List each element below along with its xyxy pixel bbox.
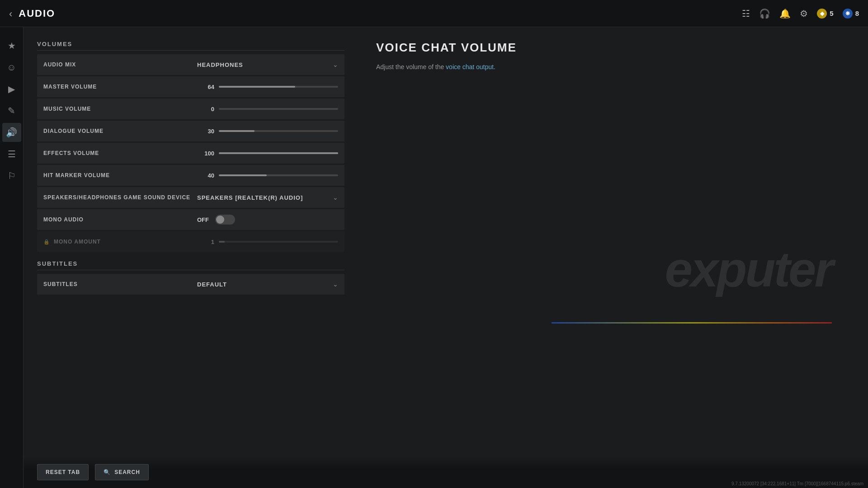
audio-mix-dropdown[interactable]: HEADPHONES ⌄ [197, 61, 338, 68]
currency-2: ❋ 8 [843, 9, 859, 19]
sidebar-item-audio[interactable]: 🔊 [2, 123, 21, 142]
master-volume-control: 64 [197, 84, 338, 90]
sound-device-arrow: ⌄ [333, 194, 338, 201]
currency-2-icon: ❋ [843, 9, 853, 19]
page-title: AUDIO [19, 8, 55, 19]
search-button[interactable]: 🔍 SEARCH [95, 464, 149, 480]
info-desc-before: Adjust the volume of the [376, 63, 446, 70]
subtitles-row: SUBTITLES DEFAULT ⌄ [37, 274, 344, 295]
mono-audio-label: MONO AUDIO [43, 216, 197, 223]
mono-audio-row: MONO AUDIO OFF [37, 209, 344, 230]
master-volume-label: MASTER VOLUME [43, 84, 197, 90]
search-icon: 🔍 [104, 469, 111, 475]
dialogue-volume-value: 30 [197, 128, 214, 135]
top-left: ‹ AUDIO [9, 7, 55, 20]
status-bar: 9.7.13200072 [34:222.1681+11] Tm [7000][… [727, 479, 868, 488]
currency-1: ◆ 5 [817, 9, 833, 19]
mono-audio-toggle-wrapper: OFF [197, 215, 235, 225]
audio-mix-arrow: ⌄ [333, 61, 338, 68]
volumes-header: VOLUMES [37, 41, 344, 51]
sidebar-item-person[interactable]: ☺ [2, 58, 21, 77]
settings-panel: VOLUMES AUDIO MIX HEADPHONES ⌄ MASTER VO… [24, 27, 358, 488]
info-description: Adjust the volume of the voice chat outp… [376, 62, 850, 72]
hit-marker-volume-control: 40 [197, 172, 338, 179]
currency-2-value: 8 [855, 9, 859, 17]
subtitles-header: SUBTITLES [37, 260, 344, 270]
effects-volume-slider[interactable] [219, 152, 338, 154]
gear-icon[interactable]: ⚙ [800, 8, 808, 19]
mono-amount-row: 🔒 MONO AMOUNT 1 [37, 231, 344, 252]
hit-marker-volume-slider[interactable] [219, 174, 338, 176]
info-desc-highlight: voice chat output. [446, 63, 495, 70]
sidebar: ★ ☺ ▶ ✎ 🔊 ☰ ⚐ [0, 27, 24, 488]
subtitles-control[interactable]: DEFAULT ⌄ [197, 281, 338, 288]
subtitles-arrow: ⌄ [333, 281, 338, 288]
master-volume-value: 64 [197, 84, 214, 90]
sound-device-value: SPEAKERS [REALTEK(R) AUDIO] [197, 194, 303, 201]
sidebar-item-list[interactable]: ☰ [2, 145, 21, 164]
music-volume-control: 0 [197, 106, 338, 113]
music-volume-value: 0 [197, 106, 214, 113]
dialogue-volume-label: DIALOGUE VOLUME [43, 128, 197, 134]
subtitles-dropdown[interactable]: DEFAULT ⌄ [197, 281, 338, 288]
reset-tab-button[interactable]: RESET TAB [37, 464, 89, 480]
sidebar-item-shield[interactable]: ⚐ [2, 166, 21, 185]
mono-audio-knob [216, 216, 224, 224]
sound-device-control[interactable]: SPEAKERS [REALTEK(R) AUDIO] ⌄ [197, 194, 338, 201]
mono-amount-label: 🔒 MONO AMOUNT [43, 239, 197, 245]
audio-mix-value: HEADPHONES [197, 61, 243, 68]
hit-marker-volume-value: 40 [197, 172, 214, 179]
sound-device-label: SPEAKERS/HEADPHONES GAME SOUND DEVICE [43, 194, 197, 201]
mono-audio-control: OFF [197, 215, 338, 225]
master-volume-slider[interactable] [219, 86, 338, 88]
bell-icon[interactable]: 🔔 [779, 8, 791, 19]
top-bar: ‹ AUDIO ☷ 🎧 🔔 ⚙ ◆ 5 ❋ 8 [0, 0, 868, 27]
effects-volume-label: EFFECTS VOLUME [43, 150, 197, 156]
info-title: VOICE CHAT VOLUME [376, 41, 850, 55]
audio-mix-label: AUDIO MIX [43, 61, 197, 68]
currency-1-icon: ◆ [817, 9, 827, 19]
dialogue-volume-slider[interactable] [219, 130, 338, 132]
currency-1-value: 5 [830, 9, 833, 17]
sidebar-item-star[interactable]: ★ [2, 36, 21, 55]
sidebar-item-controller[interactable]: ▶ [2, 80, 21, 99]
music-volume-row: MUSIC VOLUME 0 [37, 99, 344, 119]
headphone-icon[interactable]: 🎧 [759, 8, 770, 19]
music-volume-slider[interactable] [219, 108, 338, 110]
grid-icon[interactable]: ☷ [742, 8, 750, 19]
music-volume-label: MUSIC VOLUME [43, 106, 197, 112]
mono-amount-value: 1 [197, 239, 214, 245]
sidebar-item-pencil[interactable]: ✎ [2, 101, 21, 120]
master-volume-row: MASTER VOLUME 64 [37, 76, 344, 97]
subtitles-label: SUBTITLES [43, 281, 197, 287]
lock-icon: 🔒 [43, 239, 50, 245]
mono-amount-control: 1 [197, 239, 338, 245]
dialogue-volume-control: 30 [197, 128, 338, 135]
watermark-line [552, 322, 832, 324]
dialogue-volume-row: DIALOGUE VOLUME 30 [37, 121, 344, 141]
audio-mix-row: AUDIO MIX HEADPHONES ⌄ [37, 54, 344, 75]
hit-marker-volume-row: HIT MARKER VOLUME 40 [37, 165, 344, 186]
mono-amount-slider [219, 241, 338, 243]
sound-device-row: SPEAKERS/HEADPHONES GAME SOUND DEVICE SP… [37, 187, 344, 208]
back-button[interactable]: ‹ [9, 8, 12, 20]
hit-marker-volume-label: HIT MARKER VOLUME [43, 172, 197, 178]
top-right: ☷ 🎧 🔔 ⚙ ◆ 5 ❋ 8 [742, 8, 859, 19]
effects-volume-control: 100 [197, 150, 338, 157]
effects-volume-value: 100 [197, 150, 214, 157]
search-label: SEARCH [114, 469, 140, 475]
mono-audio-toggle[interactable] [215, 215, 235, 225]
audio-mix-control[interactable]: HEADPHONES ⌄ [197, 61, 338, 68]
effects-volume-row: EFFECTS VOLUME 100 [37, 143, 344, 164]
sound-device-dropdown[interactable]: SPEAKERS [REALTEK(R) AUDIO] ⌄ [197, 194, 338, 201]
subtitles-value: DEFAULT [197, 281, 227, 288]
info-panel: VOICE CHAT VOLUME Adjust the volume of t… [358, 27, 868, 488]
main-content: VOLUMES AUDIO MIX HEADPHONES ⌄ MASTER VO… [24, 27, 868, 488]
mono-audio-value: OFF [197, 216, 211, 223]
